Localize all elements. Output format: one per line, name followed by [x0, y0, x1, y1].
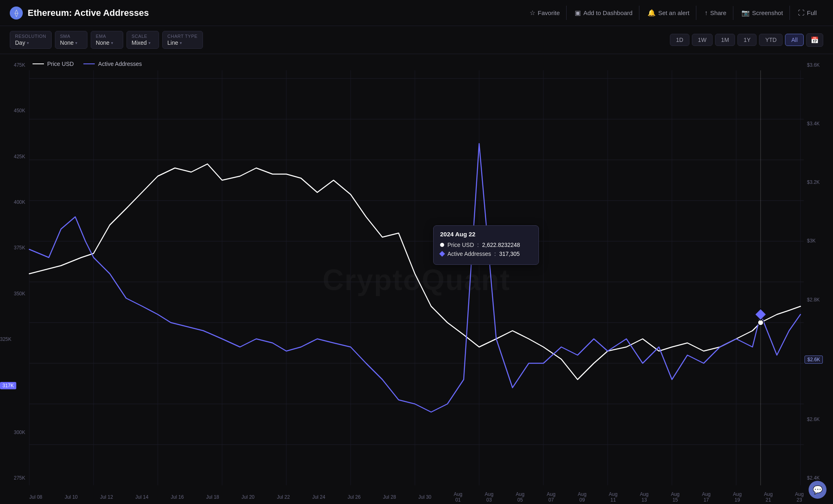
- tooltip-price-row: Price USD: 2,622.8232248: [440, 242, 532, 248]
- x-axis: Jul 08 Jul 10 Jul 12 Jul 14 Jul 16 Jul 1…: [29, 489, 804, 504]
- x-label-aug09: Aug09: [578, 491, 587, 503]
- tooltip-addresses-dot: [439, 251, 445, 257]
- x-label-aug03: Aug03: [485, 491, 493, 503]
- time-all-button[interactable]: All: [785, 34, 804, 46]
- set-alert-button[interactable]: 🔔 Set an alert: [641, 6, 696, 20]
- calendar-button[interactable]: 📅: [806, 33, 823, 47]
- dashboard-icon: ▣: [575, 9, 581, 17]
- sma-dropdown[interactable]: SMA None ▾: [55, 31, 87, 49]
- share-button[interactable]: ↑ Share: [698, 6, 733, 20]
- add-dashboard-button[interactable]: ▣ Add to Dashboard: [568, 6, 639, 20]
- chevron-down-icon: ▾: [180, 41, 182, 45]
- chart-container: CryptoQuant Price USD Active Addresses 4…: [0, 54, 833, 504]
- x-label-jul10: Jul 10: [65, 494, 78, 500]
- toolbar-left: Resolution Day ▾ SMA None ▾ EMA None ▾ S…: [10, 31, 203, 49]
- star-icon: ☆: [530, 9, 535, 17]
- chevron-down-icon: ▾: [111, 41, 113, 45]
- x-label-jul14: Jul 14: [135, 494, 148, 500]
- tooltip-price-dot: [440, 243, 444, 247]
- x-label-jul16: Jul 16: [171, 494, 184, 500]
- x-label-jul24: Jul 24: [312, 494, 325, 500]
- toolbar: Resolution Day ▾ SMA None ▾ EMA None ▾ S…: [0, 26, 833, 54]
- bell-icon: 🔔: [648, 9, 656, 17]
- x-label-jul20: Jul 20: [242, 494, 255, 500]
- x-label-jul30: Jul 30: [418, 494, 431, 500]
- x-label-jul28: Jul 28: [383, 494, 396, 500]
- toolbar-right: 1D 1W 1M 1Y YTD All 📅: [670, 33, 823, 47]
- screenshot-button[interactable]: 📷 Screenshot: [735, 6, 790, 20]
- x-label-aug21: Aug21: [764, 491, 772, 503]
- x-label-aug07: Aug07: [547, 491, 555, 503]
- chevron-down-icon: ▾: [75, 41, 77, 45]
- x-label-jul18: Jul 18: [206, 494, 219, 500]
- x-label-aug05: Aug05: [516, 491, 524, 503]
- x-label-aug19: Aug19: [733, 491, 741, 503]
- header-left: ⟠ Ethereum: Active Addresses: [10, 7, 149, 20]
- time-1d-button[interactable]: 1D: [670, 34, 689, 46]
- time-1w-button[interactable]: 1W: [692, 34, 713, 46]
- chevron-down-icon: ▾: [148, 41, 150, 45]
- camera-icon: 📷: [741, 9, 750, 17]
- x-label-aug11: Aug11: [609, 491, 617, 503]
- share-icon: ↑: [704, 9, 708, 17]
- header-actions: ☆ Favorite ▣ Add to Dashboard 🔔 Set an a…: [523, 6, 823, 20]
- resolution-dropdown[interactable]: Resolution Day ▾: [10, 31, 52, 49]
- x-label-jul22: Jul 22: [277, 494, 290, 500]
- addresses-dot: [755, 309, 766, 320]
- tooltip: 2024 Aug 22 Price USD: 2,622.8232248 Act…: [433, 225, 539, 265]
- time-1m-button[interactable]: 1M: [715, 34, 735, 46]
- x-label-aug23: Aug23: [795, 491, 804, 503]
- header: ⟠ Ethereum: Active Addresses ☆ Favorite …: [0, 0, 833, 26]
- x-label-jul12: Jul 12: [100, 494, 113, 500]
- page-title: Ethereum: Active Addresses: [28, 8, 149, 18]
- tooltip-addresses-row: Active Addresses: 317,305: [440, 251, 532, 257]
- chart-svg: [0, 54, 833, 504]
- x-label-aug01: Aug01: [454, 491, 462, 503]
- x-label-aug13: Aug13: [640, 491, 648, 503]
- chart-type-dropdown[interactable]: Chart Type Line ▾: [162, 31, 203, 49]
- x-label-jul08: Jul 08: [29, 494, 42, 500]
- time-1y-button[interactable]: 1Y: [737, 34, 757, 46]
- chat-button[interactable]: 💬: [809, 481, 826, 499]
- x-label-aug17: Aug17: [702, 491, 711, 503]
- ethereum-icon: ⟠: [10, 7, 23, 20]
- full-button[interactable]: ⛶ Full: [792, 6, 823, 20]
- x-label-aug15: Aug15: [671, 491, 679, 503]
- favorite-button[interactable]: ☆ Favorite: [523, 6, 567, 20]
- x-label-jul26: Jul 26: [348, 494, 361, 500]
- ema-dropdown[interactable]: EMA None ▾: [91, 31, 123, 49]
- tooltip-date: 2024 Aug 22: [440, 231, 532, 238]
- fullscreen-icon: ⛶: [798, 9, 805, 17]
- time-ytd-button[interactable]: YTD: [759, 34, 783, 46]
- chevron-down-icon: ▾: [27, 41, 29, 45]
- scale-dropdown[interactable]: Scale Mixed ▾: [126, 31, 159, 49]
